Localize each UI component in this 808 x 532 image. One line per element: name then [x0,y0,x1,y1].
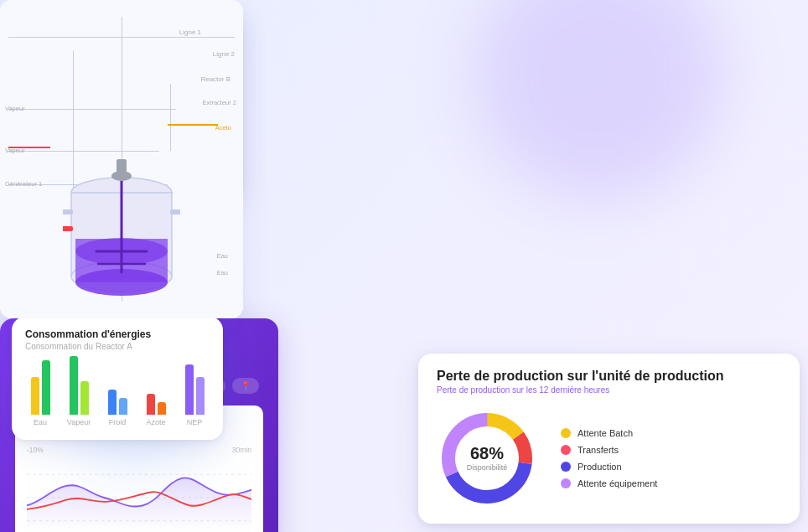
pipe-label-eau1: Eau [217,252,228,260]
svg-rect-10 [117,159,127,176]
bar-azote-2 [158,402,166,415]
y-axis-right-top: 30min [232,446,251,454]
y-axis-left-top: -10% [27,446,44,454]
bar-group-froid: Froid [102,390,132,426]
location-icon: 📍 [241,381,251,390]
legend-transferts: Transferts [561,445,657,455]
pipe-label-gen: Générateur 1 [5,180,42,188]
donut-percent: 68% [467,445,508,462]
bar-group-vapeur: Vapeur [64,356,94,426]
pipe-label-eau2: Eau [217,269,228,276]
bar-group-eau: Eau [25,360,55,426]
pipe-v3 [170,84,171,151]
bar-label-azote: Azote [146,418,165,426]
bar-vapeur-1 [70,356,78,415]
chart-axis-labels: -10% 30min [27,446,251,454]
bar-group-bars-v [70,356,89,415]
bar-nep-2 [196,377,205,415]
bar-label-eau: Eau [34,418,47,426]
bar-azote-1 [147,394,155,415]
schema-card: Ligne 1 Ligne 2 Reactor B Vapeur Vapeur … [0,0,243,318]
bar-eau-2 [42,360,50,415]
donut-label: Disponibilité [467,463,508,472]
svg-rect-13 [63,226,73,231]
dashboard: ID-24119 Campagne : AVEVA Select Lot : L… [0,0,808,532]
dot-attente-equipement [561,478,571,488]
consommation-card: Consommation d'énergies Consommation du … [12,317,223,440]
legend-transferts-label: Transferts [578,445,619,455]
bar-chart: Eau Vapeur Froid [25,363,210,430]
production-card: Perte de production sur l'unité de produ… [418,354,800,524]
consommation-subtitle: Consommation du Reactor A [25,342,210,351]
svg-rect-12 [170,209,180,214]
pipe-aceto-line [168,124,218,126]
legend-production: Production [561,462,657,472]
donut-wrapper: 68% Disponibilité [437,408,537,509]
production-subtitle: Perte de production sur les 12 dernière … [437,385,781,395]
bar-nep-1 [185,364,194,415]
bar-froid-1 [108,390,117,415]
line-chart-svg [27,456,251,532]
bar-eau-1 [31,377,39,415]
bar-label-froid: Froid [109,418,127,426]
legend-attente-equipement: Attente équipement [561,478,657,488]
production-inner: 68% Disponibilité Attente Batch Transfer… [437,408,781,509]
dot-production [561,462,571,472]
pipe-label-ligne1: Ligne 1 [179,28,201,36]
bar-group-bars-n [185,364,205,415]
legend-attente-batch-label: Attente Batch [578,428,633,438]
dot-transferts [561,445,571,455]
bar-label-vapeur: Vapeur [67,418,91,426]
pipe-label-ligne2: Ligne 2 [213,50,235,58]
legend-list: Attente Batch Transferts Production Atte… [561,428,657,488]
pipe-h2 [8,109,176,110]
production-title: Perte de production sur l'unité de produ… [437,369,781,384]
pipe-red-line [8,147,50,148]
svg-rect-11 [63,209,73,214]
consommation-title: Consommation d'énergies [25,328,210,340]
legend-production-label: Production [578,462,622,472]
reactor-vessel-svg [63,151,180,310]
legend-attente-equipement-label: Attente équipement [578,478,657,488]
schema-inner: Ligne 1 Ligne 2 Reactor B Vapeur Vapeur … [0,0,243,318]
bar-group-azote: Azote [141,394,171,426]
donut-center: 68% Disponibilité [467,445,508,472]
bar-label-nep: NEP [187,418,203,426]
legend-attente-batch: Attente Batch [561,428,657,438]
bar-group-bars-a [147,394,166,415]
dot-attente-batch [561,428,571,438]
bg-blob-purple [473,0,724,201]
bar-group-bars [31,360,50,415]
bar-group-bars-f [108,390,127,415]
bar-group-nep: NEP [179,364,210,426]
pipe-label-extracteur: Extracteur 2 [203,99,236,106]
tab-location[interactable]: 📍 [232,378,259,394]
pipe-label-vapeur: Vapeur [5,105,25,112]
bar-vapeur-2 [80,381,89,415]
pipe-label-reactorb: Reactor B [200,75,230,83]
bar-froid-2 [119,398,127,415]
